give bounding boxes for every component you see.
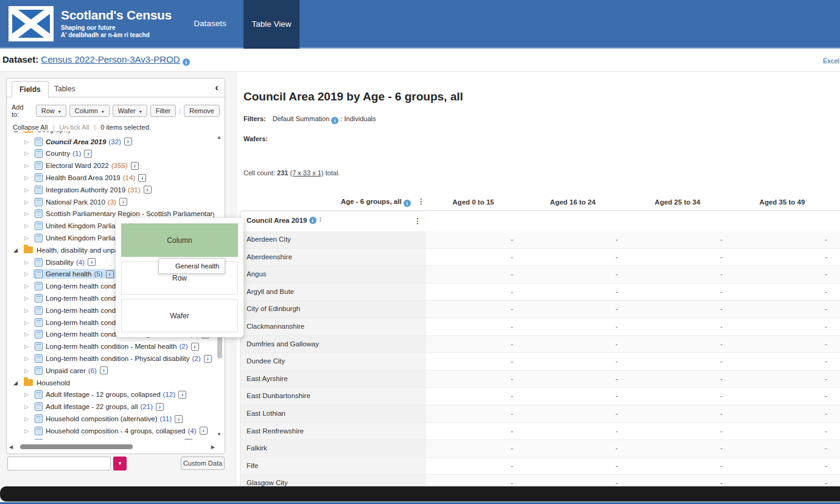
collapse-node-icon[interactable]: ◢	[13, 131, 22, 133]
nav-tab-table-view[interactable]: Table View	[243, 0, 299, 49]
expand-node-icon[interactable]: ▷	[24, 271, 33, 277]
goto-field-button[interactable]: ›	[191, 343, 199, 351]
tree-item-field-2[interactable]: ▷Country(1)›	[7, 148, 214, 160]
row-header-cell[interactable]: Angus	[240, 266, 426, 283]
goto-field-button[interactable]: ›	[178, 391, 186, 399]
column-header[interactable]: Aged 25 to 34	[625, 194, 730, 211]
row-header-cell[interactable]: Falkirk	[240, 440, 426, 457]
row-header-cell[interactable]: Aberdeenshire	[240, 249, 426, 266]
collapse-node-icon[interactable]: ◢	[13, 247, 22, 253]
row-header-cell[interactable]: East Dunbartonshire	[240, 388, 426, 405]
tree-item-field-18[interactable]: ▷Long-term health condition - Mental hea…	[7, 340, 214, 352]
expand-node-icon[interactable]: ▷	[24, 199, 33, 205]
expand-node-icon[interactable]: ▷	[24, 331, 33, 337]
expand-node-icon[interactable]: ▷	[24, 283, 33, 289]
scroll-down-arrow-icon[interactable]: ▼	[217, 432, 222, 437]
remove-button[interactable]: Remove	[184, 105, 220, 117]
tree-item-field-4[interactable]: ▷Health Board Area 2019(14)›	[7, 172, 214, 184]
goto-field-button[interactable]: ›	[138, 174, 146, 182]
search-dropdown-button[interactable]: ▼	[113, 457, 127, 471]
collapse-node-icon[interactable]: ◢	[13, 380, 22, 386]
row-header-cell[interactable]: Clackmannanshire	[240, 318, 426, 335]
tree-item-field-23[interactable]: ▷Adult lifestage - 22 groups, all(21)›	[7, 401, 214, 413]
drag-ghost-general-health[interactable]: General health	[158, 258, 225, 274]
row-header-cell[interactable]: City of Edinburgh	[240, 301, 426, 318]
brand-block[interactable]: Scotland's Census Shaping our future A' …	[61, 8, 172, 38]
expand-node-icon[interactable]: ▷	[24, 187, 33, 193]
goto-field-button[interactable]: ›	[175, 415, 183, 423]
drop-zone-wafer[interactable]: Wafer	[121, 299, 238, 332]
goto-field-button[interactable]: ›	[184, 439, 192, 440]
goto-field-button[interactable]: ›	[204, 355, 212, 363]
goto-field-button[interactable]: ›	[200, 427, 208, 435]
row-menu-kebab-icon[interactable]: ⋮	[414, 217, 421, 231]
untick-all-link[interactable]: Un-tick All	[59, 124, 89, 131]
horizontal-scrollbar-thumb[interactable]	[20, 444, 133, 449]
goto-field-button[interactable]: ›	[100, 366, 108, 374]
council-area-info-icon[interactable]: i	[309, 217, 317, 224]
goto-field-button[interactable]: ›	[119, 198, 127, 206]
collapse-panel-icon[interactable]: ‹	[215, 82, 219, 94]
tree-item-field-19[interactable]: ▷Long-term health condition - Physical d…	[7, 352, 214, 365]
expand-node-icon[interactable]: ▷	[24, 223, 33, 229]
row-header-cell[interactable]: Dundee City	[240, 353, 426, 370]
row-header-cell[interactable]: Dumfries and Galloway	[240, 336, 426, 353]
expand-node-icon[interactable]: ▷	[24, 211, 33, 217]
row-header-cell[interactable]: East Ayrshire	[240, 371, 426, 388]
goto-field-button[interactable]: ›	[84, 150, 92, 158]
expand-node-icon[interactable]: ▷	[24, 428, 33, 434]
expand-node-icon[interactable]: ▷	[24, 416, 33, 422]
add-to-wafer-dropdown[interactable]: Wafer▾	[113, 105, 147, 117]
row-header-cell[interactable]: East Lothian	[240, 405, 426, 422]
expand-node-icon[interactable]: ▷	[24, 355, 33, 362]
collapse-all-link[interactable]: Collapse All	[13, 124, 47, 131]
goto-field-button[interactable]: ›	[156, 403, 164, 411]
column-header[interactable]: Aged 16 to 24	[520, 194, 625, 211]
add-to-column-dropdown[interactable]: Column▾	[69, 105, 110, 117]
scroll-right-arrow-icon[interactable]: ▶	[211, 444, 215, 450]
goto-field-button[interactable]: ›	[124, 138, 132, 145]
scroll-up-arrow-icon[interactable]: ▲	[217, 135, 222, 140]
expand-node-icon[interactable]: ▷	[24, 295, 33, 301]
row-header-cell[interactable]: Fife	[240, 458, 426, 475]
tree-item-field-3[interactable]: ▷Electoral Ward 2022(355)›	[7, 159, 214, 172]
expand-node-icon[interactable]: ▷	[24, 139, 33, 145]
age-field-info-icon[interactable]: i	[404, 200, 411, 207]
expand-node-icon[interactable]: ▷	[24, 150, 33, 156]
vertical-scrollbar-thumb[interactable]	[217, 334, 222, 359]
tree-item-field-26[interactable]: ▷Household composition - 15 groups, all(…	[7, 437, 214, 440]
tree-item-field-20[interactable]: ▷Unpaid carer(6)›	[7, 365, 214, 377]
nav-link-datasets[interactable]: Datasets	[183, 0, 237, 47]
expand-node-icon[interactable]: ▷	[24, 368, 33, 374]
summation-info-icon[interactable]: i	[331, 117, 338, 124]
excel-export-link[interactable]: Excel	[823, 57, 839, 65]
tab-tables[interactable]: Tables	[47, 81, 83, 98]
dataset-info-icon[interactable]: i	[183, 58, 190, 66]
expand-node-icon[interactable]: ▷	[24, 404, 33, 410]
tree-item-field-6[interactable]: ▷National Park 2010(3)›	[7, 196, 214, 208]
expand-node-icon[interactable]: ▷	[24, 235, 33, 241]
field-search-input[interactable]	[7, 457, 111, 471]
expand-node-icon[interactable]: ▷	[24, 391, 33, 397]
scotland-saltire-logo[interactable]	[9, 6, 54, 41]
expand-node-icon[interactable]: ▷	[24, 175, 33, 181]
expand-node-icon[interactable]: ▷	[24, 259, 33, 265]
expand-node-icon[interactable]: ▷	[24, 163, 33, 169]
tree-item-field-1[interactable]: ▷Council Area 2019(32)›	[7, 136, 214, 148]
tree-item-field-22[interactable]: ▷Adult lifestage - 12 groups, collapsed(…	[7, 389, 214, 401]
goto-field-button[interactable]: ›	[106, 270, 114, 278]
expand-node-icon[interactable]: ▷	[24, 320, 33, 326]
add-to-row-dropdown[interactable]: Row▾	[36, 105, 66, 117]
tree-item-field-24[interactable]: ▷Household composition (alternative)(11)…	[7, 413, 214, 425]
tree-item-folder-21[interactable]: ◢Household	[7, 377, 214, 389]
tab-fields[interactable]: Fields	[12, 81, 49, 98]
custom-data-button[interactable]: Custom Data	[181, 457, 225, 470]
row-header-cell[interactable]: Aberdeen City	[240, 231, 426, 248]
column-header[interactable]: Aged 0 to 15	[426, 194, 520, 211]
scroll-left-arrow-icon[interactable]: ◀	[9, 444, 13, 450]
drop-zone-column[interactable]: Column	[121, 223, 238, 257]
cell-count-dims-link[interactable]: (7 x 33 x 1)	[290, 169, 323, 177]
goto-field-button[interactable]: ›	[131, 162, 139, 170]
goto-field-button[interactable]: ›	[144, 186, 152, 194]
filter-button[interactable]: Filter	[150, 105, 176, 117]
